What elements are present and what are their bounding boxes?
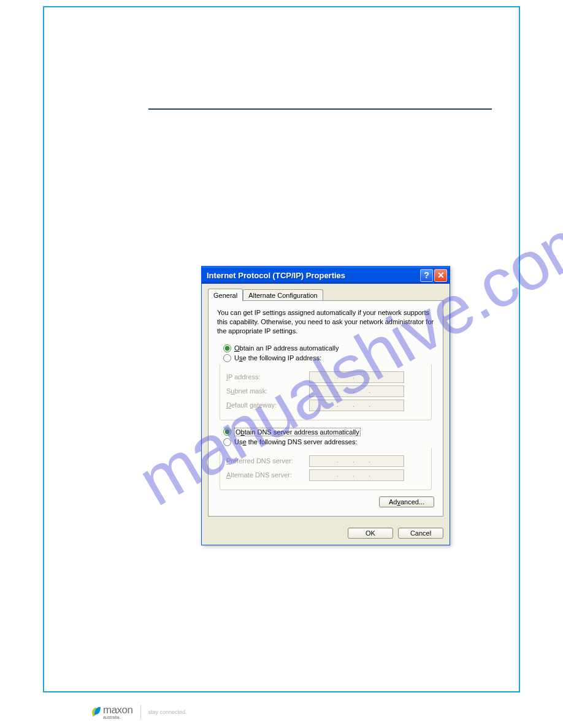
tab-general[interactable]: General <box>208 289 243 301</box>
close-button[interactable]: ✕ <box>434 269 447 282</box>
radio-obtain-dns-input[interactable] <box>223 428 231 436</box>
radio-use-dns[interactable]: Use the following DNS server addresses: <box>223 438 434 446</box>
label-alternate-dns: Alternate DNS server: <box>226 471 309 479</box>
ip-fieldset: IP address: . . . Subnet mask: . . . Def… <box>220 364 432 420</box>
tcpip-properties-dialog: Internet Protocol (TCP/IP) Properties ? … <box>201 266 450 545</box>
input-alternate-dns: . . . <box>309 469 404 481</box>
dialog-title: Internet Protocol (TCP/IP) Properties <box>207 271 419 280</box>
tab-alternate-configuration[interactable]: Alternate Configuration <box>243 289 323 301</box>
close-icon: ✕ <box>437 271 445 279</box>
ok-button[interactable]: OK <box>348 528 393 539</box>
brand-divider <box>140 705 141 719</box>
dialog-footer: OK Cancel <box>202 523 450 545</box>
input-ip-address: . . . <box>309 371 404 383</box>
label-default-gateway: Default gateway: <box>226 401 309 409</box>
label-ip-address: IP address: <box>226 373 309 381</box>
titlebar[interactable]: Internet Protocol (TCP/IP) Properties ? … <box>202 267 450 284</box>
radio-obtain-dns-label: Obtain DNS server address automatically <box>234 428 361 436</box>
radio-use-dns-label: Use the following DNS server addresses: <box>234 438 358 446</box>
radio-obtain-ip-label: Obtain an IP address automatically <box>234 344 339 352</box>
cancel-button[interactable]: Cancel <box>398 528 443 539</box>
brand-sub: australia. <box>103 715 133 719</box>
dialog-body: General Alternate Configuration You can … <box>202 284 450 523</box>
help-button[interactable]: ? <box>420 269 433 282</box>
input-preferred-dns: . . . <box>309 455 404 467</box>
radio-use-dns-input[interactable] <box>223 438 231 446</box>
label-subnet-mask: Subnet mask: <box>226 387 309 395</box>
radio-use-ip-label: Use the following IP address: <box>234 354 321 362</box>
description-text: You can get IP settings assigned automat… <box>217 308 434 336</box>
tabstrip: General Alternate Configuration <box>208 289 443 301</box>
input-default-gateway: . . . <box>309 400 404 411</box>
brand-logo: maxon australia. <box>92 705 133 719</box>
tab-panel-general: You can get IP settings assigned automat… <box>208 300 443 517</box>
radio-obtain-ip-input[interactable] <box>223 344 231 352</box>
radio-use-ip[interactable]: Use the following IP address: <box>223 354 434 362</box>
brand-tagline: stay connected. <box>148 709 187 715</box>
radio-obtain-ip[interactable]: Obtain an IP address automatically <box>223 344 434 352</box>
dns-fieldset: Preferred DNS server: . . . Alternate DN… <box>220 448 432 490</box>
radio-use-ip-input[interactable] <box>223 354 231 362</box>
leaf-icon <box>92 707 101 718</box>
help-icon: ? <box>424 270 429 280</box>
input-subnet-mask: . . . <box>309 385 404 397</box>
radio-obtain-dns[interactable]: Obtain DNS server address automatically <box>223 428 434 436</box>
advanced-button[interactable]: Advanced... <box>379 496 434 507</box>
label-preferred-dns: Preferred DNS server: <box>226 457 309 464</box>
horizontal-rule <box>148 108 492 110</box>
page-frame: Internet Protocol (TCP/IP) Properties ? … <box>43 6 520 692</box>
brand-footer: maxon australia. stay connected. <box>92 705 187 719</box>
brand-name: maxon <box>103 705 133 715</box>
